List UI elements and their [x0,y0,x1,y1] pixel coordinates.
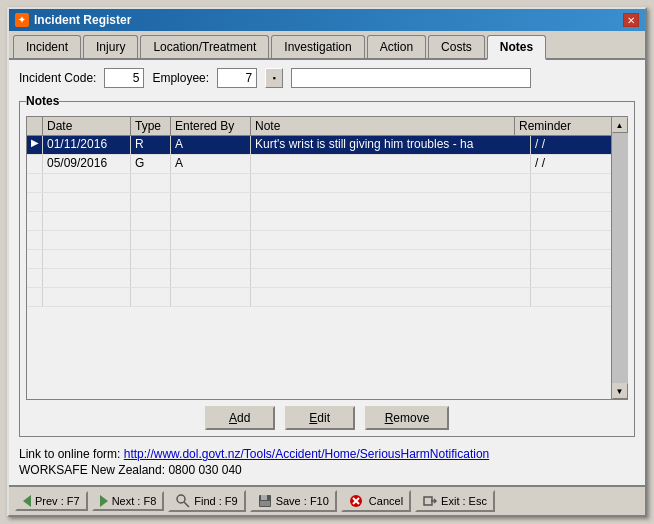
save-icon [258,494,272,508]
table-row-empty [27,212,611,231]
prev-icon [23,495,31,507]
edit-button-label: Edit [309,411,330,425]
tab-incident[interactable]: Incident [13,35,81,58]
cell-entered-by: A [171,155,251,173]
table-row[interactable]: ▶ 01/11/2016 R A Kurt's wrist is still g… [27,136,611,155]
prev-label: Prev : F7 [35,495,80,507]
cell-reminder: / / [531,136,611,154]
close-button[interactable]: ✕ [623,13,639,27]
incident-code-input[interactable] [104,68,144,88]
row-selector: ▶ [27,136,43,154]
online-form-link[interactable]: http://www.dol.govt.nz/Tools/Accident/Ho… [124,447,490,461]
find-button[interactable]: Find : F9 [168,490,245,512]
find-icon [176,494,190,508]
tab-bar: Incident Injury Location/Treatment Inves… [9,31,645,60]
prev-button[interactable]: Prev : F7 [15,491,88,511]
table-row-empty [27,269,611,288]
save-button[interactable]: Save : F10 [250,490,337,512]
tab-notes[interactable]: Notes [487,35,546,60]
find-label: Find : F9 [194,495,237,507]
cell-type: R [131,136,171,154]
title-bar: ✦ Incident Register ✕ [9,9,645,31]
footer: Prev : F7 Next : F8 Find : F9 Save : F10 [9,485,645,515]
app-icon: ✦ [15,13,29,27]
add-button[interactable]: Add [205,406,275,430]
svg-line-1 [184,502,189,507]
table-row[interactable]: 05/09/2016 G A / / [27,155,611,174]
main-window: ✦ Incident Register ✕ Incident Injury Lo… [7,7,647,517]
cell-entered-by: A [171,136,251,154]
remove-button[interactable]: Remove [365,406,450,430]
link-row: Link to online form: http://www.dol.govt… [19,443,635,477]
incident-code-label: Incident Code: [19,71,96,85]
notes-group-legend: Notes [26,94,59,108]
table-row-empty [27,174,611,193]
svg-rect-4 [260,501,270,506]
tab-injury[interactable]: Injury [83,35,138,58]
svg-rect-3 [261,495,267,500]
scroll-down-button[interactable]: ▼ [612,383,628,399]
tab-costs[interactable]: Costs [428,35,485,58]
scroll-track [612,133,628,383]
col-note: Note [251,117,515,135]
svg-point-0 [177,495,185,503]
tab-location[interactable]: Location/Treatment [140,35,269,58]
table-row-empty [27,193,611,212]
employee-label: Employee: [152,71,209,85]
next-label: Next : F8 [112,495,157,507]
svg-rect-8 [424,497,432,505]
exit-label: Exit : Esc [441,495,487,507]
edit-button[interactable]: Edit [285,406,355,430]
employee-name-input[interactable]: Robinson Henry Karuso [291,68,531,88]
exit-icon [423,494,437,508]
link-text: Link to online form: http://www.dol.govt… [19,447,635,461]
tab-action[interactable]: Action [367,35,426,58]
save-label: Save : F10 [276,495,329,507]
worksafe-text: WORKSAFE New Zealand: 0800 030 040 [19,463,635,477]
col-sel [27,117,43,135]
col-type: Type [131,117,171,135]
table-row-empty [27,231,611,250]
table-header: Date Type Entered By Note Reminder [27,117,611,136]
col-entered-by: Entered By [171,117,251,135]
row-selector [27,155,43,173]
col-date: Date [43,117,131,135]
notes-buttons-row: Add Edit Remove [26,406,628,430]
cell-note: Kurt's wrist is still giving him trouble… [251,136,531,154]
col-reminder: Reminder [515,117,595,135]
cancel-label: Cancel [369,495,403,507]
link-prefix: Link to online form: [19,447,120,461]
notes-table-container: Date Type Entered By Note Reminder ▶ 01/… [26,116,628,400]
next-button[interactable]: Next : F8 [92,491,165,511]
add-button-label: Add [229,411,250,425]
employee-lookup-button[interactable]: ▪ [265,68,283,88]
exit-button[interactable]: Exit : Esc [415,490,495,512]
header-row: Incident Code: Employee: ▪ Robinson Henr… [19,68,635,88]
remove-button-label: Remove [385,411,430,425]
window-title: Incident Register [34,13,131,27]
cancel-icon [349,494,365,508]
table-row-empty [27,288,611,307]
notes-group: Notes Date Type Entered By Note Reminder [19,94,635,437]
cell-reminder: / / [531,155,611,173]
table-row-empty [27,250,611,269]
cell-note [251,155,531,173]
next-icon [100,495,108,507]
cancel-button[interactable]: Cancel [341,490,411,512]
scroll-up-button[interactable]: ▲ [612,117,628,133]
content-area: Incident Code: Employee: ▪ Robinson Henr… [9,60,645,485]
cell-type: G [131,155,171,173]
tab-investigation[interactable]: Investigation [271,35,364,58]
cell-date: 01/11/2016 [43,136,131,154]
employee-id-input[interactable] [217,68,257,88]
table-body: ▶ 01/11/2016 R A Kurt's wrist is still g… [27,136,611,399]
scrollbar[interactable]: ▲ ▼ [611,117,627,399]
cell-date: 05/09/2016 [43,155,131,173]
